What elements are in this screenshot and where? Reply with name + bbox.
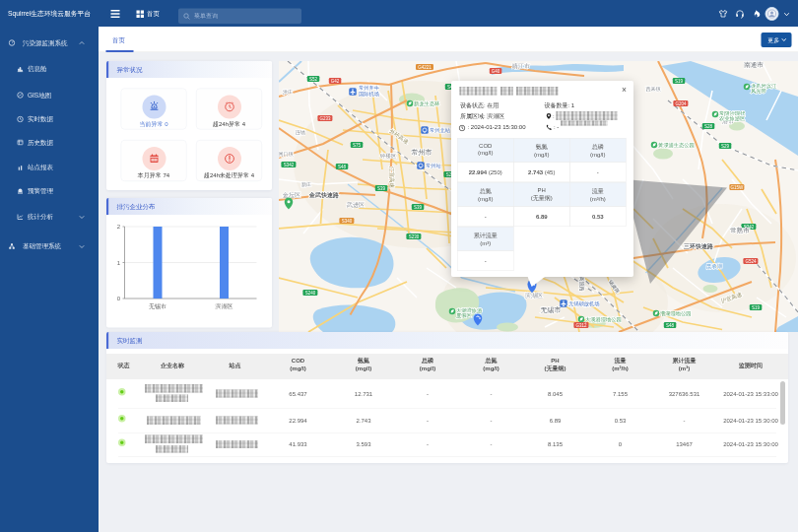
- svg-text:新庄: 新庄: [301, 181, 311, 187]
- svg-text:洪庄: 洪庄: [283, 89, 293, 96]
- svg-text:连墙: 连墙: [296, 129, 305, 135]
- svg-text:G40: G40: [492, 69, 500, 74]
- svg-text:S48: S48: [666, 323, 675, 328]
- svg-text:南通市: 南通市: [744, 61, 764, 68]
- svg-text:S52: S52: [309, 77, 318, 82]
- svg-text:金武快速路: 金武快速路: [308, 191, 340, 199]
- svg-text:常州站: 常州站: [426, 163, 442, 168]
- svg-text:G204: G204: [675, 101, 687, 106]
- svg-text:高浪路: 高浪路: [578, 277, 585, 292]
- svg-text:西来镇: 西来镇: [646, 86, 661, 93]
- svg-text:常熟市: 常熟市: [730, 227, 750, 234]
- svg-text:G233: G233: [319, 116, 331, 121]
- svg-text:江宜高速: 江宜高速: [388, 166, 395, 189]
- svg-text:大溪港湿地公园: 大溪港湿地公园: [585, 316, 622, 323]
- svg-text:1: 1: [117, 260, 121, 266]
- svg-text:闸口镇: 闸口镇: [279, 151, 294, 158]
- svg-text:国际机场: 国际机场: [359, 91, 379, 98]
- svg-text:G312: G312: [575, 323, 587, 328]
- svg-text:昆承湖: 昆承湖: [706, 263, 723, 270]
- svg-text:武进区: 武进区: [347, 201, 365, 209]
- svg-text:G15W: G15W: [731, 185, 745, 190]
- svg-text:滨湖区: 滨湖区: [525, 292, 543, 299]
- svg-text:S230: S230: [409, 234, 420, 239]
- svg-text:无锡市: 无锡市: [541, 305, 562, 314]
- svg-text:G524: G524: [745, 259, 757, 264]
- svg-text:农业旅游区: 农业旅游区: [719, 115, 746, 122]
- svg-text:无锡硕放机场: 无锡硕放机场: [568, 300, 600, 307]
- svg-text:S39: S39: [414, 205, 423, 210]
- svg-text:S29: S29: [721, 144, 730, 149]
- svg-text:三环快速路: 三环快速路: [684, 242, 714, 250]
- svg-text:滨湖区: 滨湖区: [216, 302, 233, 309]
- svg-text:S48: S48: [338, 165, 347, 169]
- svg-text:S28: S28: [704, 124, 713, 129]
- svg-text:漕湖湿地公园: 漕湖湿地公园: [660, 310, 692, 317]
- svg-text:S19: S19: [752, 305, 761, 310]
- svg-text:新龙生态林: 新龙生态林: [414, 100, 440, 106]
- svg-text:S19: S19: [675, 79, 684, 84]
- svg-text:S342: S342: [284, 163, 295, 167]
- svg-text:风光带: 风光带: [751, 88, 766, 95]
- svg-text:钟楼区: 钟楼区: [379, 153, 397, 159]
- svg-text:S39: S39: [377, 186, 386, 191]
- svg-text:0: 0: [117, 296, 121, 301]
- svg-text:常州北站: 常州北站: [430, 127, 451, 134]
- svg-text:G42: G42: [331, 79, 340, 84]
- svg-text:金坛区: 金坛区: [282, 191, 300, 198]
- svg-text:常州市: 常州市: [412, 148, 432, 156]
- svg-text:G4221: G4221: [418, 65, 432, 70]
- svg-text:S340: S340: [342, 219, 353, 224]
- svg-text:2: 2: [117, 224, 121, 230]
- svg-text:靖江市: 靖江市: [511, 62, 530, 69]
- svg-text:无锡市: 无锡市: [149, 302, 166, 310]
- svg-text:S240: S240: [305, 291, 316, 296]
- svg-text:度假区: 度假区: [456, 312, 473, 319]
- svg-text:S75: S75: [353, 143, 362, 148]
- svg-text:黄潥浦生态公园: 黄潥浦生态公园: [658, 142, 695, 149]
